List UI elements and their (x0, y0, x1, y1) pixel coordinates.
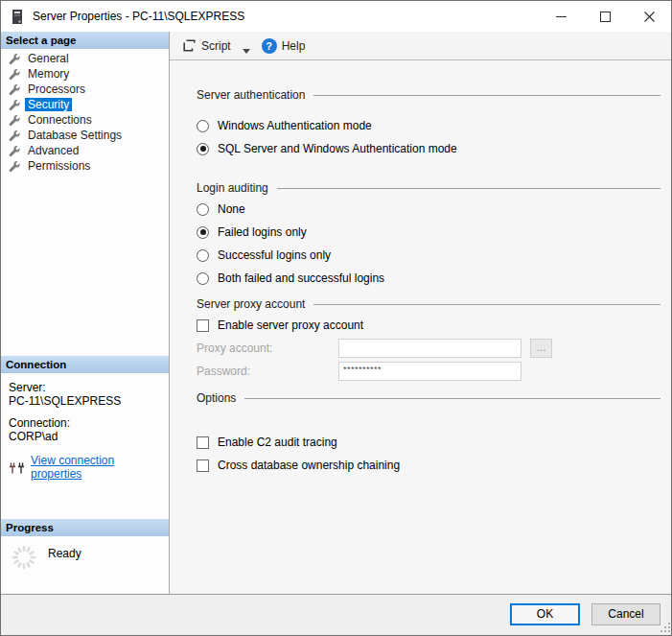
checkbox-icon (197, 436, 209, 449)
sidebar-item-label: Connections (25, 113, 95, 127)
server-authentication-section: Server authentication Windows Authentica… (197, 85, 660, 160)
title-bar: Server Properties - PC-11\SQLEXPRESS (1, 1, 671, 32)
page-list: General Memory Processors Security (1, 49, 169, 174)
connection-panel: Connection Server: PC-11\SQLEXPRESS Conn… (1, 356, 169, 481)
sidebar-item-processors[interactable]: Processors (1, 82, 169, 97)
sidebar-item-general[interactable]: General (1, 51, 169, 66)
help-button[interactable]: ? Help (250, 35, 310, 58)
minimize-button[interactable] (539, 1, 583, 32)
wrench-icon (9, 99, 21, 111)
resize-grip[interactable] (660, 623, 671, 633)
sidebar-item-label: Security (25, 98, 72, 111)
script-button[interactable]: Script (178, 35, 235, 58)
login-auditing-section: Login auditing None Failed logins only (197, 178, 660, 290)
connection-value: CORP\ad (9, 430, 161, 443)
wrench-icon (9, 160, 21, 173)
help-icon: ? (262, 38, 277, 54)
server-label: Server: (9, 381, 161, 394)
sidebar-item-label: Memory (25, 67, 72, 81)
radio-label: Windows Authentication mode (218, 119, 372, 132)
checkbox-enable-server-proxy-account[interactable]: Enable server proxy account (197, 314, 660, 337)
sidebar-item-label: Permissions (25, 159, 93, 173)
checkbox-label: Enable C2 audit tracing (218, 436, 337, 449)
radio-label: Failed logins only (218, 225, 307, 239)
sidebar-item-database-settings[interactable]: Database Settings (1, 128, 169, 143)
help-label: Help (282, 39, 306, 53)
wrench-icon (9, 130, 21, 142)
toolbar: Script ? Help (170, 32, 671, 59)
server-proxy-account-section: Server proxy account Enable server proxy… (197, 294, 660, 383)
sidebar-item-memory[interactable]: Memory (1, 66, 169, 82)
checkbox-enable-c2-audit-tracing[interactable]: Enable C2 audit tracing (197, 431, 660, 454)
script-label: Script (201, 39, 231, 53)
section-title: Server authentication (197, 85, 305, 105)
checkbox-cross-database-ownership-chaining[interactable]: Cross database ownership chaining (197, 454, 660, 477)
radio-successful-logins-only[interactable]: Successful logins only (197, 244, 660, 267)
radio-icon (197, 120, 209, 132)
checkbox-icon (197, 459, 209, 472)
password-label: Password: (197, 365, 250, 378)
wrench-icon (9, 114, 21, 127)
checkbox-label: Enable server proxy account (218, 318, 363, 332)
progress-panel: Progress (1, 519, 169, 571)
ok-button[interactable]: OK (510, 603, 580, 625)
sidebar-item-permissions[interactable]: Permissions (1, 158, 169, 174)
radio-icon-selected (197, 226, 209, 239)
cancel-button[interactable]: Cancel (591, 603, 660, 625)
sidebar-item-label: Processors (25, 82, 88, 96)
server-properties-dialog: Server Properties - PC-11\SQLEXPRESS Sel… (0, 0, 672, 636)
radio-icon (197, 249, 209, 262)
proxy-account-label: Proxy account: (197, 342, 272, 355)
wrench-icon (9, 145, 21, 157)
wrench-icon (9, 53, 21, 65)
radio-label: Both failed and successful logins (218, 271, 384, 285)
radio-windows-authentication[interactable]: Windows Authentication mode (197, 114, 660, 137)
radio-label: None (218, 202, 245, 216)
connection-details: Server: PC-11\SQLEXPRESS Connection: COR… (1, 373, 169, 481)
main-pane: Script ? Help Server authentication (170, 32, 671, 596)
section-title: Options (197, 389, 236, 408)
sidebar-item-advanced[interactable]: Advanced (1, 143, 169, 158)
window-controls (539, 1, 671, 32)
script-dropdown-arrow[interactable] (243, 43, 250, 48)
radio-icon (197, 203, 209, 216)
spinner-icon (11, 544, 37, 571)
sidebar-item-label: General (25, 52, 72, 65)
section-title: Server proxy account (197, 294, 305, 314)
close-button[interactable] (627, 1, 671, 32)
sidebar-item-connections[interactable]: Connections (1, 112, 169, 128)
radio-icon (197, 272, 209, 285)
checkbox-icon (197, 319, 209, 332)
radio-icon-selected (197, 143, 209, 155)
password-input: ********** (338, 362, 521, 381)
radio-label: SQL Server and Windows Authentication mo… (218, 142, 457, 155)
connection-header: Connection (1, 356, 169, 373)
wrench-icon (9, 83, 21, 96)
proxy-account-input (338, 339, 521, 358)
wrench-icon (9, 68, 21, 81)
maximize-button[interactable] (583, 1, 627, 32)
connection-properties-icon (9, 460, 26, 475)
radio-failed-logins-only[interactable]: Failed logins only (197, 221, 660, 244)
section-divider (277, 188, 660, 198)
dialog-footer: OK Cancel (1, 594, 672, 635)
options-section: Options Enable C2 audit tracing Cross da… (197, 389, 660, 477)
radio-none[interactable]: None (197, 198, 660, 221)
connection-label: Connection: (9, 416, 161, 430)
sidebar: Select a page General Memory Processors (1, 32, 170, 596)
security-page-content: Server authentication Windows Authentica… (170, 59, 671, 596)
browse-button: ... (530, 339, 552, 358)
section-title: Login auditing (197, 178, 268, 198)
script-icon (182, 38, 197, 53)
progress-status: Ready (48, 547, 81, 560)
sidebar-item-security[interactable]: Security (1, 97, 169, 112)
radio-label: Successful logins only (218, 248, 331, 262)
radio-both-failed-and-successful[interactable]: Both failed and successful logins (197, 267, 660, 290)
section-divider (313, 304, 660, 314)
view-connection-properties-link[interactable]: View connection properties (31, 454, 161, 481)
radio-sql-and-windows-authentication[interactable]: SQL Server and Windows Authentication mo… (197, 137, 660, 160)
section-divider (244, 398, 660, 408)
select-a-page-header: Select a page (1, 32, 169, 49)
progress-header: Progress (1, 519, 169, 536)
sidebar-item-label: Advanced (25, 144, 81, 157)
